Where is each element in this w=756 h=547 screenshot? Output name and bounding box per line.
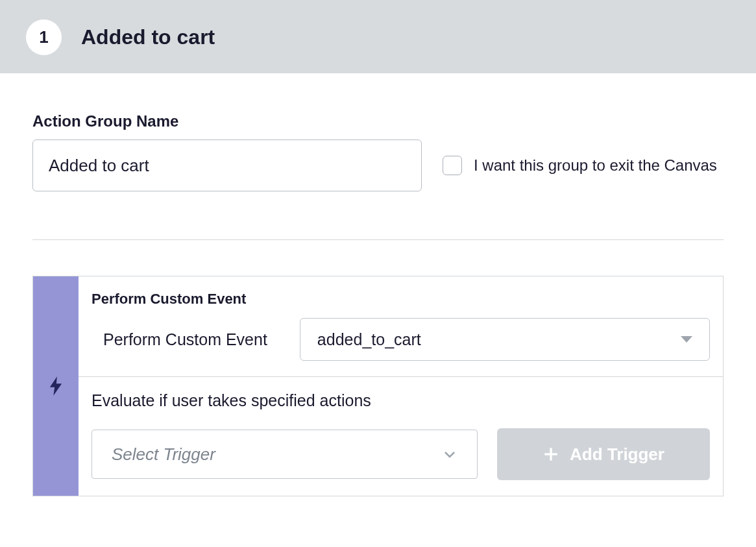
evaluate-section: Evaluate if user takes specified actions… xyxy=(79,376,723,496)
exit-canvas-checkbox-wrap: I want this group to exit the Canvas xyxy=(443,156,717,175)
chevron-down-icon xyxy=(442,446,457,462)
lightning-icon xyxy=(49,376,63,396)
custom-event-value: added_to_cart xyxy=(317,330,421,349)
trigger-select[interactable]: Select Trigger xyxy=(91,430,478,479)
step-number: 1 xyxy=(39,27,48,47)
step-header: 1 Added to cart xyxy=(0,0,756,73)
name-row: I want this group to exit the Canvas xyxy=(32,140,724,191)
exit-canvas-checkbox[interactable] xyxy=(443,156,462,175)
add-trigger-button[interactable]: Add Trigger xyxy=(497,428,710,480)
trigger-placeholder: Select Trigger xyxy=(112,444,215,465)
custom-event-select[interactable]: added_to_cart xyxy=(300,318,710,361)
trigger-row: Select Trigger Add Trigger xyxy=(91,428,710,480)
main-content: Action Group Name I want this group to e… xyxy=(0,73,756,529)
plus-icon xyxy=(543,446,559,463)
event-body: Perform Custom Event Perform Custom Even… xyxy=(79,276,723,496)
action-group-name-input[interactable] xyxy=(32,140,422,191)
accent-bar xyxy=(33,276,79,496)
step-title: Added to cart xyxy=(81,25,215,49)
exit-canvas-label: I want this group to exit the Canvas xyxy=(474,156,717,175)
custom-event-section: Perform Custom Event Perform Custom Even… xyxy=(79,276,723,376)
section-divider xyxy=(32,239,724,240)
step-number-badge: 1 xyxy=(26,19,62,55)
custom-event-row: Perform Custom Event added_to_cart xyxy=(91,318,710,361)
custom-event-header: Perform Custom Event xyxy=(91,291,710,308)
action-group-name-label: Action Group Name xyxy=(32,112,724,130)
event-panel: Perform Custom Event Perform Custom Even… xyxy=(32,276,724,496)
custom-event-row-label: Perform Custom Event xyxy=(103,330,267,349)
add-trigger-label: Add Trigger xyxy=(570,444,665,465)
evaluate-label: Evaluate if user takes specified actions xyxy=(91,391,710,410)
caret-down-icon xyxy=(681,336,692,343)
